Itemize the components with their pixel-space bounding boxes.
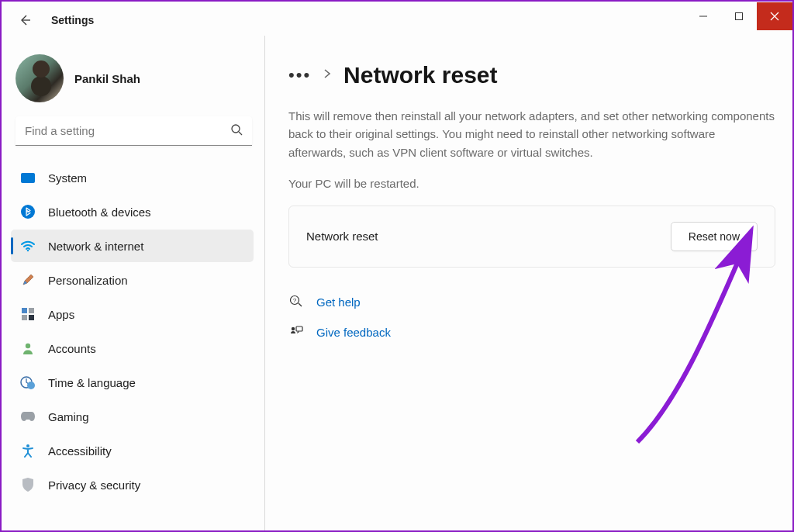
avatar	[16, 54, 64, 102]
nav-list: System Bluetooth & devices Network & int…	[11, 161, 257, 501]
search-box[interactable]	[16, 116, 252, 146]
get-help-link[interactable]: ? Get help	[288, 294, 775, 310]
page-description: This will remove then reinstall all your…	[288, 107, 775, 161]
svg-rect-20	[296, 326, 302, 331]
sidebar-item-apps[interactable]: Apps	[11, 298, 254, 330]
breadcrumb: ••• Network reset	[288, 62, 775, 88]
breadcrumb-overflow-icon[interactable]: •••	[288, 67, 311, 84]
minimize-button[interactable]	[685, 2, 721, 30]
body: Pankil Shah System Bluetooth & devices	[2, 31, 792, 530]
titlebar	[2, 2, 792, 31]
profile[interactable]: Pankil Shah	[11, 50, 257, 116]
search-icon	[230, 123, 243, 139]
bluetooth-icon	[20, 204, 36, 219]
person-icon	[20, 340, 36, 356]
reset-now-button[interactable]: Reset now	[671, 222, 758, 251]
svg-rect-9	[22, 308, 27, 313]
restart-note: Your PC will be restarted.	[288, 177, 775, 190]
svg-point-5	[232, 125, 240, 133]
header: Settings	[17, 12, 94, 28]
svg-point-15	[27, 382, 35, 389]
sidebar-item-label: Network & internet	[48, 240, 143, 253]
sidebar-item-label: Accounts	[48, 342, 96, 355]
sidebar-item-network[interactable]: Network & internet	[11, 230, 254, 262]
link-label: Get help	[316, 295, 361, 309]
display-icon	[20, 170, 36, 185]
sidebar-item-system[interactable]: System	[11, 161, 254, 194]
sidebar-item-label: Time & language	[48, 376, 136, 389]
sidebar: Pankil Shah System Bluetooth & devices	[2, 36, 265, 530]
page-title: Network reset	[343, 62, 497, 88]
sidebar-item-label: Personalization	[48, 274, 128, 287]
network-reset-card: Network reset Reset now	[288, 206, 775, 268]
sidebar-item-label: Accessibility	[48, 444, 112, 458]
accessibility-icon	[20, 443, 36, 458]
sidebar-item-label: Gaming	[48, 410, 89, 423]
sidebar-item-accounts[interactable]: Accounts	[11, 332, 254, 364]
svg-point-19	[292, 327, 295, 330]
window-controls	[685, 2, 792, 30]
user-name: Pankil Shah	[74, 72, 140, 85]
back-button[interactable]	[17, 12, 33, 28]
link-label: Give feedback	[316, 326, 391, 339]
sidebar-item-label: Apps	[48, 308, 74, 321]
svg-point-13	[26, 344, 30, 348]
sidebar-item-time-language[interactable]: Time & language	[11, 366, 254, 399]
sidebar-item-label: System	[48, 171, 87, 185]
sidebar-item-privacy[interactable]: Privacy & security	[11, 468, 254, 501]
clock-globe-icon	[20, 375, 36, 390]
svg-rect-11	[22, 315, 27, 320]
help-icon: ?	[288, 294, 304, 310]
sidebar-item-label: Privacy & security	[48, 478, 140, 492]
settings-window: Settings Pankil Shah System	[0, 0, 794, 532]
maximize-button[interactable]	[721, 2, 757, 30]
sidebar-item-personalization[interactable]: Personalization	[11, 264, 254, 296]
give-feedback-link[interactable]: Give feedback	[288, 324, 775, 340]
svg-point-16	[26, 444, 29, 447]
close-button[interactable]	[757, 2, 792, 30]
shield-icon	[20, 477, 36, 492]
main-content: ••• Network reset This will remove then …	[265, 31, 792, 530]
svg-rect-12	[29, 315, 34, 320]
svg-point-8	[27, 250, 29, 252]
gamepad-icon	[20, 409, 36, 424]
footer-links: ? Get help Give feedback	[288, 294, 775, 340]
app-title: Settings	[51, 14, 94, 26]
wifi-icon	[20, 238, 36, 254]
svg-rect-1	[736, 13, 743, 20]
sidebar-item-bluetooth[interactable]: Bluetooth & devices	[11, 195, 254, 228]
svg-line-6	[239, 132, 242, 135]
svg-rect-10	[29, 308, 34, 313]
svg-text:?: ?	[293, 297, 297, 304]
sidebar-item-label: Bluetooth & devices	[48, 206, 151, 219]
sidebar-item-gaming[interactable]: Gaming	[11, 400, 254, 433]
chevron-right-icon	[323, 68, 331, 82]
card-label: Network reset	[306, 230, 378, 243]
apps-icon	[20, 306, 36, 322]
sidebar-item-accessibility[interactable]: Accessibility	[11, 434, 254, 467]
search-input[interactable]	[16, 116, 252, 146]
paintbrush-icon	[20, 272, 36, 288]
feedback-icon	[288, 324, 304, 340]
